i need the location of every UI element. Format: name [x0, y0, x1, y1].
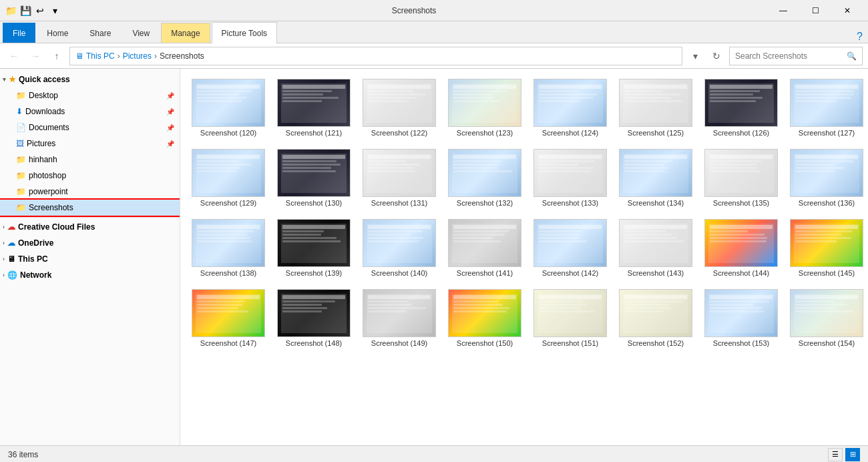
sidebar-item-documents[interactable]: 📄 Documents 📌 [0, 120, 180, 136]
list-item[interactable]: Screenshot (151) [530, 286, 610, 351]
tab-home[interactable]: Home [37, 23, 78, 43]
list-item[interactable]: Screenshot (132) [445, 146, 525, 210]
sidebar-item-powerpoint[interactable]: 📁 powerpoint [0, 184, 180, 200]
list-item[interactable]: Screenshot (125) [616, 75, 696, 140]
close-button[interactable]: ✕ [832, 0, 863, 21]
thumbnail-label: Screenshot (130) [286, 199, 342, 207]
breadcrumb-pictures[interactable]: Pictures [123, 51, 152, 61]
thispc-icon: 🖥 [7, 254, 15, 264]
list-item[interactable]: Screenshot (141) [445, 216, 525, 280]
sidebar-item-screenshots[interactable]: 📁 Screenshots [0, 200, 180, 216]
minimize-button[interactable]: — [768, 0, 799, 21]
list-item[interactable]: Screenshot (152) [616, 286, 696, 351]
list-item[interactable]: Screenshot (130) [274, 146, 354, 210]
list-item[interactable]: Screenshot (123) [445, 75, 525, 140]
network-header[interactable]: › 🌐 Network [0, 267, 180, 283]
thispc-header[interactable]: › 🖥 This PC [0, 251, 180, 267]
sidebar-item-downloads[interactable]: ⬇ Downloads 📌 [0, 103, 180, 120]
list-item[interactable]: Screenshot (139) [274, 216, 354, 280]
sidebar-item-hinhanh[interactable]: 📁 hinhanh [0, 152, 180, 168]
list-view-button[interactable]: ☰ [828, 448, 843, 461]
thumbnail-label: Screenshot (145) [799, 269, 855, 277]
list-item[interactable]: Screenshot (149) [359, 286, 439, 351]
list-item[interactable]: Screenshot (143) [616, 216, 696, 280]
list-item[interactable]: Screenshot (142) [530, 216, 610, 280]
thumbnail-label: Screenshot (129) [200, 199, 256, 207]
window-controls: — ☐ ✕ [768, 0, 863, 21]
list-item[interactable]: Screenshot (138) [188, 216, 268, 280]
search-input[interactable] [735, 51, 847, 61]
up-button[interactable]: ↑ [48, 47, 65, 65]
thumbnails-grid: Screenshot (120)Screenshot (121)Screensh… [188, 75, 860, 351]
sidebar-item-photoshop[interactable]: 📁 photoshop [0, 168, 180, 184]
tab-view[interactable]: View [122, 23, 160, 43]
tab-manage[interactable]: Manage [161, 23, 210, 43]
pin-icon-pictures: 📌 [166, 140, 174, 148]
thumbnail-label: Screenshot (143) [628, 269, 684, 277]
sidebar-item-pictures[interactable]: 🖼 Pictures 📌 [0, 136, 180, 152]
folder-icon-screenshots: 📁 [16, 203, 26, 212]
thumbnail-label: Screenshot (140) [371, 269, 427, 277]
maximize-button[interactable]: ☐ [800, 0, 831, 21]
chevron-right-network-icon: › [3, 272, 5, 278]
back-button[interactable]: ← [5, 47, 23, 65]
list-item[interactable]: Screenshot (122) [359, 75, 439, 140]
list-item[interactable]: Screenshot (144) [701, 216, 781, 280]
breadcrumb-dropdown[interactable]: ▾ [686, 47, 704, 65]
quick-access-label: Quick access [19, 75, 70, 84]
list-item[interactable]: Screenshot (148) [274, 286, 354, 351]
list-item[interactable]: Screenshot (134) [616, 146, 696, 210]
customize-icon[interactable]: ▾ [49, 5, 60, 16]
list-item[interactable]: Screenshot (136) [787, 146, 867, 210]
thumbnail-label: Screenshot (133) [542, 199, 598, 207]
folder-icon-powerpoint: 📁 [16, 187, 26, 196]
quick-access-icon[interactable]: 💾 [20, 5, 31, 16]
list-item[interactable]: Screenshot (135) [701, 146, 781, 210]
list-item[interactable]: Screenshot (133) [530, 146, 610, 210]
search-box[interactable]: 🔍 [729, 47, 863, 65]
breadcrumb[interactable]: 🖥 This PC › Pictures › Screenshots [69, 47, 682, 65]
thumbnail-label: Screenshot (149) [371, 339, 427, 347]
quick-access-header[interactable]: ▾ ★ Quick access [0, 71, 180, 87]
list-item[interactable]: Screenshot (147) [188, 286, 268, 351]
pin-icon-downloads: 📌 [166, 108, 174, 116]
thumbnail-label: Screenshot (121) [286, 129, 342, 137]
list-item[interactable]: Screenshot (140) [359, 216, 439, 280]
help-button[interactable]: ? [857, 31, 863, 43]
list-item[interactable]: Screenshot (153) [701, 286, 781, 351]
thumbnail-label: Screenshot (153) [713, 339, 769, 347]
title-bar-icons: 📁 💾 ↩ ▾ [5, 5, 60, 16]
creative-cloud-label: Creative Cloud Files [18, 222, 95, 232]
tab-file[interactable]: File [3, 23, 35, 43]
thumbnail-label: Screenshot (151) [542, 339, 598, 347]
network-icon: 🌐 [7, 270, 17, 280]
forward-button[interactable]: → [27, 47, 44, 65]
onedrive-header[interactable]: › ☁ OneDrive [0, 235, 180, 251]
list-item[interactable]: Screenshot (126) [701, 75, 781, 140]
list-item[interactable]: Screenshot (150) [445, 286, 525, 351]
list-item[interactable]: Screenshot (124) [530, 75, 610, 140]
list-item[interactable]: Screenshot (127) [787, 75, 867, 140]
list-item[interactable]: Screenshot (131) [359, 146, 439, 210]
thumbnail-label: Screenshot (126) [713, 129, 769, 137]
grid-view-button[interactable]: ⊞ [845, 448, 860, 461]
list-item[interactable]: Screenshot (129) [188, 146, 268, 210]
tab-picture-tools[interactable]: Picture Tools [212, 22, 277, 43]
tab-share[interactable]: Share [79, 23, 121, 43]
undo-icon[interactable]: ↩ [35, 5, 45, 16]
thumbnail-label: Screenshot (122) [371, 129, 427, 137]
thumbnail-label: Screenshot (142) [542, 269, 598, 277]
list-item[interactable]: Screenshot (154) [787, 286, 867, 351]
sidebar-label-desktop: Desktop [29, 91, 58, 100]
chevron-right-icon: › [3, 224, 5, 230]
refresh-button[interactable]: ↻ [708, 47, 725, 65]
onedrive-icon: ☁ [7, 238, 15, 248]
sidebar-item-desktop[interactable]: 📁 Desktop 📌 [0, 87, 180, 103]
list-item[interactable]: Screenshot (121) [274, 75, 354, 140]
breadcrumb-thispc[interactable]: This PC [86, 51, 115, 61]
list-item[interactable]: Screenshot (120) [188, 75, 268, 140]
list-item[interactable]: Screenshot (145) [787, 216, 867, 280]
breadcrumb-current[interactable]: Screenshots [160, 51, 204, 61]
quick-access-star-icon: ★ [9, 75, 16, 84]
creative-cloud-header[interactable]: › ☁ Creative Cloud Files [0, 219, 180, 235]
